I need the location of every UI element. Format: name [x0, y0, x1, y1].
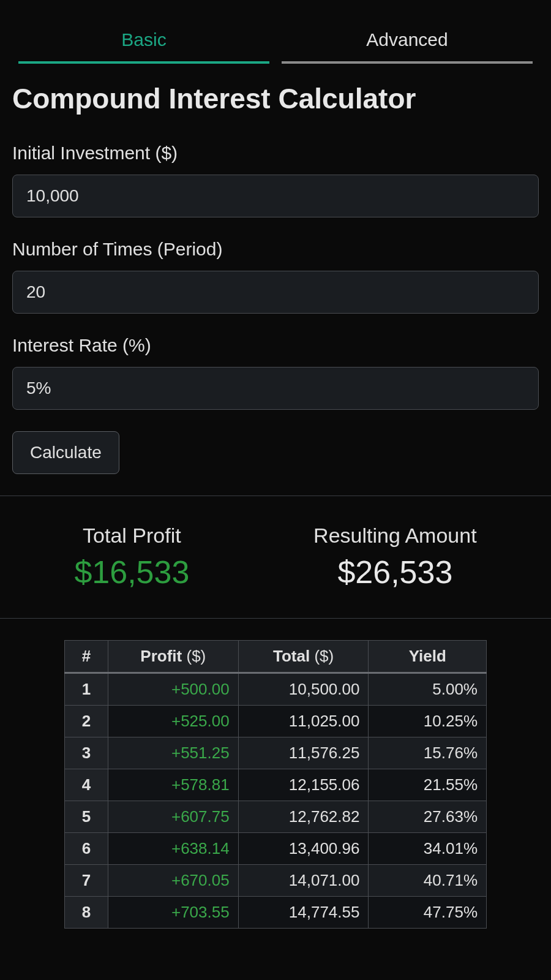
- summary-result: Resulting Amount $26,533: [313, 524, 477, 590]
- summary-result-label: Resulting Amount: [313, 524, 477, 548]
- row-total: 13,400.96: [238, 833, 369, 865]
- periods-label: Number of Times (Period): [12, 239, 539, 260]
- row-profit: +670.05: [108, 865, 238, 897]
- row-profit: +578.81: [108, 769, 238, 801]
- row-index: 8: [65, 897, 108, 929]
- row-yield: 47.75%: [369, 897, 487, 929]
- rate-label: Interest Rate (%): [12, 335, 539, 356]
- initial-investment-label: Initial Investment ($): [12, 143, 539, 164]
- tab-basic[interactable]: Basic: [18, 18, 269, 64]
- summary-profit-value: $16,533: [74, 554, 189, 590]
- row-index: 4: [65, 769, 108, 801]
- row-yield: 10.25%: [369, 706, 487, 737]
- table-row: 6+638.1413,400.9634.01%: [65, 833, 487, 865]
- table-row: 8+703.5514,774.5547.75%: [65, 897, 487, 929]
- table-header-row: # Profit ($) Total ($) Yield: [65, 641, 487, 673]
- row-index: 2: [65, 706, 108, 737]
- table-row: 1+500.0010,500.005.00%: [65, 673, 487, 706]
- table-wrapper: # Profit ($) Total ($) Yield 1+500.0010,…: [0, 619, 551, 950]
- row-total: 11,025.00: [238, 706, 369, 737]
- row-index: 7: [65, 865, 108, 897]
- tabs-bar: Basic Advanced: [0, 0, 551, 64]
- row-index: 5: [65, 801, 108, 833]
- results-table: # Profit ($) Total ($) Yield 1+500.0010,…: [64, 640, 487, 929]
- row-yield: 40.71%: [369, 865, 487, 897]
- row-profit: +525.00: [108, 706, 238, 737]
- field-group-periods: Number of Times (Period): [12, 239, 539, 314]
- tab-advanced[interactable]: Advanced: [282, 18, 533, 64]
- row-yield: 34.01%: [369, 833, 487, 865]
- row-yield: 21.55%: [369, 769, 487, 801]
- row-profit: +551.25: [108, 737, 238, 769]
- summary-profit-label: Total Profit: [74, 524, 189, 548]
- summary-section: Total Profit $16,533 Resulting Amount $2…: [0, 496, 551, 619]
- field-group-initial: Initial Investment ($): [12, 143, 539, 217]
- rate-input[interactable]: [12, 367, 539, 410]
- row-yield: 27.63%: [369, 801, 487, 833]
- table-row: 2+525.0011,025.0010.25%: [65, 706, 487, 737]
- row-index: 3: [65, 737, 108, 769]
- summary-result-value: $26,533: [313, 554, 477, 590]
- table-row: 3+551.2511,576.2515.76%: [65, 737, 487, 769]
- calculate-button[interactable]: Calculate: [12, 431, 119, 474]
- row-total: 11,576.25: [238, 737, 369, 769]
- row-index: 6: [65, 833, 108, 865]
- periods-input[interactable]: [12, 271, 539, 314]
- field-group-rate: Interest Rate (%): [12, 335, 539, 410]
- row-profit: +607.75: [108, 801, 238, 833]
- th-profit: Profit ($): [108, 641, 238, 673]
- row-index: 1: [65, 673, 108, 706]
- row-total: 14,774.55: [238, 897, 369, 929]
- row-profit: +703.55: [108, 897, 238, 929]
- row-total: 12,762.82: [238, 801, 369, 833]
- table-row: 4+578.8112,155.0621.55%: [65, 769, 487, 801]
- th-yield: Yield: [369, 641, 487, 673]
- th-idx: #: [65, 641, 108, 673]
- row-total: 14,071.00: [238, 865, 369, 897]
- initial-investment-input[interactable]: [12, 175, 539, 217]
- row-total: 12,155.06: [238, 769, 369, 801]
- table-row: 7+670.0514,071.0040.71%: [65, 865, 487, 897]
- row-profit: +500.00: [108, 673, 238, 706]
- summary-profit: Total Profit $16,533: [74, 524, 189, 590]
- th-total: Total ($): [238, 641, 369, 673]
- row-yield: 5.00%: [369, 673, 487, 706]
- row-yield: 15.76%: [369, 737, 487, 769]
- table-row: 5+607.7512,762.8227.63%: [65, 801, 487, 833]
- row-profit: +638.14: [108, 833, 238, 865]
- content-area: Compound Interest Calculator Initial Inv…: [0, 64, 551, 474]
- page-title: Compound Interest Calculator: [12, 82, 539, 115]
- row-total: 10,500.00: [238, 673, 369, 706]
